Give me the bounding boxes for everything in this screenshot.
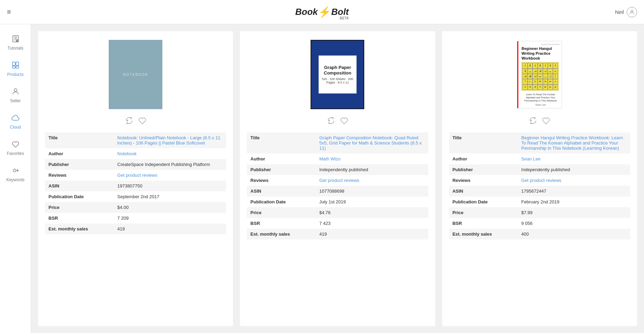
product-image-2-container: Graph Paper Composition 5x5 · 100 Sheets… [310, 38, 365, 111]
sidebar-item-keywords[interactable]: Keywords [2, 163, 29, 186]
svg-point-11 [328, 120, 330, 121]
user-menu[interactable]: Neil [615, 7, 637, 17]
title-label-3: Title [449, 132, 518, 154]
author-label: Author [45, 148, 114, 159]
header: ≡ Book ⚡ Bolt BETA Neil [0, 0, 644, 24]
product-3-price: $7.99 [518, 207, 630, 218]
user-avatar-icon [627, 7, 637, 17]
table-row: Publication Date February 2nd 2019 [449, 196, 630, 207]
product-1-heart-icon[interactable] [138, 116, 147, 127]
product-1-actions [125, 116, 147, 127]
table-row: Reviews Get product reviews [247, 175, 428, 186]
product-2-title: Graph Paper Composition Notebook: Quad R… [316, 132, 428, 154]
product-1-price: $4.00 [114, 202, 226, 213]
product-image-2-subtitle: 5x5 · 100 Sheets · 200 Pages · 8.5 x 11 [322, 77, 354, 84]
menu-icon[interactable]: ≡ [7, 8, 11, 16]
pub-date-label-3: Publication Date [449, 196, 518, 207]
table-row: Price $4.76 [247, 207, 428, 218]
est-sales-label-3: Est. monthly sales [449, 229, 518, 239]
table-row: BSR 7 209 [45, 213, 226, 224]
keywords-icon [11, 166, 20, 176]
product-1-asin: 1973807750 [114, 181, 226, 191]
product-3-author: Sean Lee [518, 154, 630, 164]
table-row: Title Notebook: Unlined/Plain Notebook -… [45, 132, 226, 148]
price-label-3: Price [449, 207, 518, 218]
sidebar-item-products[interactable]: Products [2, 58, 29, 80]
svg-rect-4 [16, 62, 19, 65]
sidebar-item-favorites[interactable]: Favorites [2, 137, 29, 159]
product-image-2-title: Graph Paper Composition [322, 65, 354, 76]
product-2-heart-icon[interactable] [340, 116, 349, 127]
sidebar: Tutorials Products Seller [0, 24, 31, 333]
product-image-3-desc: Learn To Read The Korean Alphabet and Pr… [519, 93, 560, 102]
user-name: Neil [615, 9, 624, 15]
product-3-heart-icon[interactable] [542, 116, 551, 127]
product-2-author: Math Wizo [316, 154, 428, 164]
product-2-price: $4.76 [316, 207, 428, 218]
product-1-est-sales: 419 [114, 224, 226, 234]
author-label-3: Author [449, 154, 518, 164]
product-3-refresh-icon[interactable] [528, 116, 537, 127]
sidebar-item-cloud[interactable]: Cloud [2, 110, 29, 133]
product-2-info-table: Title Graph Paper Composition Notebook: … [247, 132, 428, 239]
table-row: Price $7.99 [449, 207, 630, 218]
bsr-label: BSR [45, 213, 114, 224]
table-row: Est. monthly sales 419 [45, 224, 226, 234]
product-3-bsr: 9 056 [518, 218, 630, 229]
sidebar-item-seller[interactable]: Seller [2, 84, 29, 107]
asin-label-3: ASIN [449, 186, 518, 196]
product-image-2-inner: Graph Paper Composition 5x5 · 100 Sheets… [319, 55, 357, 94]
products-label: Products [7, 72, 24, 77]
product-3-pub-date: February 2nd 2019 [518, 196, 630, 207]
product-2-refresh-icon[interactable] [327, 116, 336, 127]
asin-label: ASIN [45, 181, 114, 191]
table-row: Publisher Independently published [449, 164, 630, 175]
hangul-table: ㅏ ㅐ ㅑ ㅒ ㅓ ㅔ ㅕ ㅖ ㅗ ㅘ ㅙ ㅚ ㅛ ㅜ ㅝ [521, 62, 559, 91]
product-3-asin: 1795672447 [518, 186, 630, 196]
bsr-label-2: BSR [247, 218, 316, 229]
pub-date-label: Publication Date [45, 191, 114, 202]
product-image-3-bar [517, 41, 518, 108]
product-3-title: Beginner Hangul Writing Practice Workboo… [518, 132, 630, 154]
reviews-label-2: Reviews [247, 175, 316, 186]
table-row: Publication Date July 1st 2019 [247, 196, 428, 207]
table-row: Publication Date September 2nd 2017 [45, 191, 226, 202]
title-label-2: Title [247, 132, 316, 154]
price-label: Price [45, 202, 114, 213]
bsr-label-3: BSR [449, 218, 518, 229]
product-image-1-container: NOTEBOOK [108, 38, 163, 111]
sidebar-item-tutorials[interactable]: Tutorials [2, 31, 29, 54]
product-1-refresh-icon[interactable] [125, 116, 134, 127]
logo-text-right: Bolt BETA [331, 7, 349, 17]
product-card-1: NOTEBOOK [38, 31, 233, 326]
product-image-3-container: Small Animal Series Beginner Hangul Writ… [512, 38, 567, 111]
product-3-reviews: Get product reviews [518, 175, 630, 186]
product-2-pub-date: July 1st 2019 [316, 196, 428, 207]
product-2-publisher: Independently published [316, 164, 428, 175]
product-1-info-table: Title Notebook: Unlined/Plain Notebook -… [45, 132, 226, 234]
products-icon [11, 61, 20, 71]
reviews-label: Reviews [45, 170, 114, 181]
app-body: Tutorials Products Seller [0, 24, 644, 333]
product-image-1: NOTEBOOK [109, 40, 162, 109]
seller-icon [11, 87, 20, 97]
product-1-bsr: 7 209 [114, 213, 226, 224]
svg-point-12 [530, 120, 532, 121]
product-1-reviews: Get product reviews [114, 170, 226, 181]
pub-date-label-2: Publication Date [247, 196, 316, 207]
product-card-3: Small Animal Series Beginner Hangul Writ… [442, 31, 637, 326]
svg-point-10 [126, 120, 128, 121]
title-label: Title [45, 132, 114, 148]
product-image-3-author: Sean Lee [519, 104, 560, 106]
table-row: Reviews Get product reviews [45, 170, 226, 181]
product-image-3-top-text: Small Animal Series [519, 43, 560, 45]
product-image-2: Graph Paper Composition 5x5 · 100 Sheets… [311, 40, 364, 109]
product-3-publisher: Independently published [518, 164, 630, 175]
asin-label-2: ASIN [247, 186, 316, 196]
product-2-asin: 1077088698 [316, 186, 428, 196]
table-row: Publisher Independently published [247, 164, 428, 175]
table-row: Title Graph Paper Composition Notebook: … [247, 132, 428, 154]
publisher-label: Publisher [45, 159, 114, 170]
est-sales-label: Est. monthly sales [45, 224, 114, 234]
svg-rect-5 [12, 66, 15, 68]
